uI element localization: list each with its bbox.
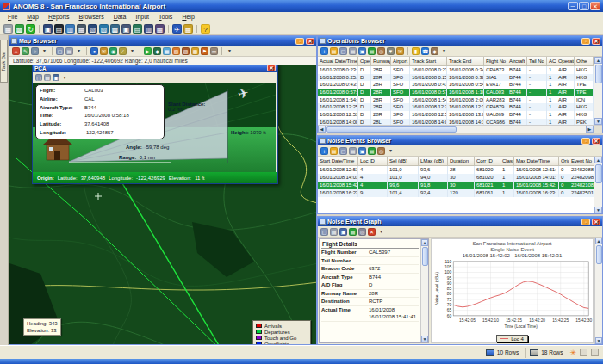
- copy-icon[interactable]: ▢: [320, 228, 328, 236]
- minimize-button[interactable]: ─: [568, 2, 578, 10]
- menu-input[interactable]: Input: [131, 14, 153, 20]
- settings-icon[interactable]: ▦: [3, 24, 13, 34]
- noise-events-pin-button[interactable]: ◦: [581, 138, 590, 145]
- layer-more-icon[interactable]: ▾: [226, 47, 233, 55]
- menu-browsers[interactable]: Browsers: [74, 14, 108, 20]
- noise-more-icon[interactable]: ▾: [387, 147, 395, 155]
- gates-browser-icon[interactable]: ▦: [155, 24, 165, 34]
- edit-icon[interactable]: ✎: [22, 47, 29, 55]
- scroll-down-button[interactable]: ▼: [595, 337, 602, 344]
- table-row[interactable]: 16/01/2008 0:25:42D28RSFO16/01/2008 0:25…: [318, 74, 594, 82]
- scroll-down-button[interactable]: ▼: [594, 207, 602, 213]
- column-header[interactable]: Start Date/Time: [318, 157, 358, 166]
- settings-icon[interactable]: ◎: [358, 228, 366, 236]
- tracks-layer-icon[interactable]: ▨: [182, 47, 190, 55]
- print-pca-icon[interactable]: ▤: [44, 74, 51, 81]
- scroll-down-button[interactable]: ▼: [594, 118, 602, 125]
- notes-layer-icon[interactable]: ▭: [210, 47, 218, 55]
- table-row[interactable]: 16/01/2008 0:43:05D28RSFO16/01/2008 0:43…: [318, 81, 594, 89]
- column-header[interactable]: Tail No: [527, 57, 547, 66]
- help-icon[interactable]: ?: [201, 24, 210, 34]
- print-icon[interactable]: ▤: [330, 228, 338, 236]
- layers-icon[interactable]: ◆: [153, 47, 161, 55]
- operations-browser-icon[interactable]: ▤: [54, 24, 64, 34]
- table-row[interactable]: 16/01/2008 12:51:04D28RSFO16/01/2008 12:…: [318, 111, 594, 119]
- column-header[interactable]: Othe: [575, 57, 594, 66]
- filter-icon[interactable]: ▼: [387, 47, 395, 55]
- info-icon[interactable]: i: [320, 147, 328, 155]
- column-header[interactable]: Duration: [448, 157, 475, 166]
- flight-tool-icon[interactable]: ✈: [172, 24, 182, 34]
- column-header[interactable]: Runway: [371, 57, 391, 66]
- complaints-browser-icon[interactable]: ▨: [99, 24, 109, 34]
- save-pca-icon[interactable]: ▣: [53, 74, 59, 81]
- column-header[interactable]: Track End: [447, 57, 484, 66]
- export-icon[interactable]: ▣: [358, 47, 366, 55]
- zoom-more-icon[interactable]: ▾: [40, 47, 48, 55]
- weather-browser-icon[interactable]: ▧: [88, 24, 97, 34]
- column-header[interactable]: Track Start: [410, 57, 447, 66]
- operations-pin-button[interactable]: ◦: [581, 38, 590, 45]
- world-icon[interactable]: ◉: [109, 47, 117, 55]
- menu-data[interactable]: Data: [109, 14, 131, 20]
- print-map-icon[interactable]: ▤: [65, 47, 73, 55]
- map-browser-icon[interactable]: ▣: [43, 24, 53, 34]
- status-mini-icon-2[interactable]: [591, 349, 599, 356]
- table-row[interactable]: 16/01/2008 0:57:47D28RSFO16/01/2008 0:57…: [318, 89, 594, 96]
- taskbar-tab[interactable]: Task Bar: [0, 40, 8, 83]
- find-icon[interactable]: ◎: [377, 47, 385, 55]
- graph-vscrollbar[interactable]: ▲ ▼: [594, 238, 602, 344]
- column-header[interactable]: Operato: [556, 57, 575, 66]
- operations-vscrollbar[interactable]: ▲ ▼: [594, 57, 602, 125]
- globe-icon[interactable]: ●: [90, 47, 98, 55]
- hscroll-thumb[interactable]: [326, 126, 457, 133]
- chart-browser-icon[interactable]: ▤: [133, 24, 142, 34]
- print-more-icon[interactable]: ▾: [75, 47, 83, 55]
- scroll-thumb[interactable]: [595, 65, 602, 83]
- column-header[interactable]: Max Date/Time: [514, 157, 559, 166]
- map-close-button[interactable]: ✕: [306, 38, 314, 45]
- column-header[interactable]: Oper: [358, 57, 371, 66]
- scroll-thumb[interactable]: [596, 245, 602, 264]
- menu-help[interactable]: Help: [177, 14, 198, 20]
- graph-more-icon[interactable]: ▾: [377, 228, 385, 236]
- table-row[interactable]: 16/01/2008 12:25:11D28RSFO16/01/2008 12:…: [318, 103, 594, 111]
- table-row[interactable]: 16/01/2008 12:51:24101,093,628681020116/…: [318, 166, 594, 174]
- column-header[interactable]: LMax (dB): [419, 157, 448, 166]
- column-header[interactable]: Sel (dB): [388, 157, 419, 166]
- noise-events-vscrollbar[interactable]: ▲ ▼: [594, 157, 602, 213]
- column-header[interactable]: AC: [547, 57, 556, 66]
- map-area[interactable]: PCA ✕ ▢▤▣▾: [9, 65, 316, 344]
- excel-export-icon[interactable]: ▤: [368, 147, 376, 155]
- noise-graph-pin-button[interactable]: ◦: [581, 219, 590, 225]
- table-row[interactable]: 16/01/2008 15:42:0499,691,830681021116/0…: [318, 182, 594, 189]
- column-header[interactable]: Airport: [391, 57, 410, 66]
- grid-browser-icon[interactable]: ▣: [121, 24, 131, 34]
- chart-legend-button[interactable]: Loc 4: [496, 335, 528, 342]
- scroll-up-button[interactable]: ▲: [421, 239, 428, 246]
- flight-panel-scrollbar[interactable]: ▲ ▼: [420, 239, 428, 342]
- column-header[interactable]: Corr ID: [475, 157, 500, 166]
- reports-browser-icon[interactable]: ▩: [110, 24, 120, 34]
- mail-map-icon[interactable]: ✉: [100, 47, 108, 55]
- pca-close-button[interactable]: ✕: [267, 65, 276, 71]
- copy-map-icon[interactable]: ▢: [56, 47, 64, 55]
- replay-icon[interactable]: ▶: [144, 47, 152, 55]
- copy-icon[interactable]: ▢: [339, 147, 347, 155]
- events-browser-icon[interactable]: ▥: [144, 24, 153, 34]
- status-mini-icon-1[interactable]: [580, 349, 587, 356]
- table-row[interactable]: 16/01/2008 14:01:24101,094,030681020116/…: [318, 174, 594, 182]
- noise-graph-close-button[interactable]: ✕: [592, 219, 600, 225]
- scroll-up-button[interactable]: ▲: [594, 57, 602, 64]
- measure-icon[interactable]: ∕: [119, 47, 127, 55]
- column-header[interactable]: Orig.: [559, 157, 569, 166]
- copy-icon[interactable]: ▢: [339, 47, 347, 55]
- runways-layer-icon[interactable]: ▧: [172, 47, 180, 55]
- print-icon[interactable]: ▤: [349, 147, 357, 155]
- tag-icon[interactable]: ◆: [431, 47, 438, 55]
- excel-export-icon[interactable]: ▤: [368, 47, 376, 55]
- refresh-icon[interactable]: ↻: [26, 24, 35, 34]
- map-pin-button[interactable]: ◦: [295, 38, 304, 45]
- measure-more-icon[interactable]: ▾: [128, 47, 136, 55]
- menu-reports[interactable]: Reports: [44, 14, 74, 20]
